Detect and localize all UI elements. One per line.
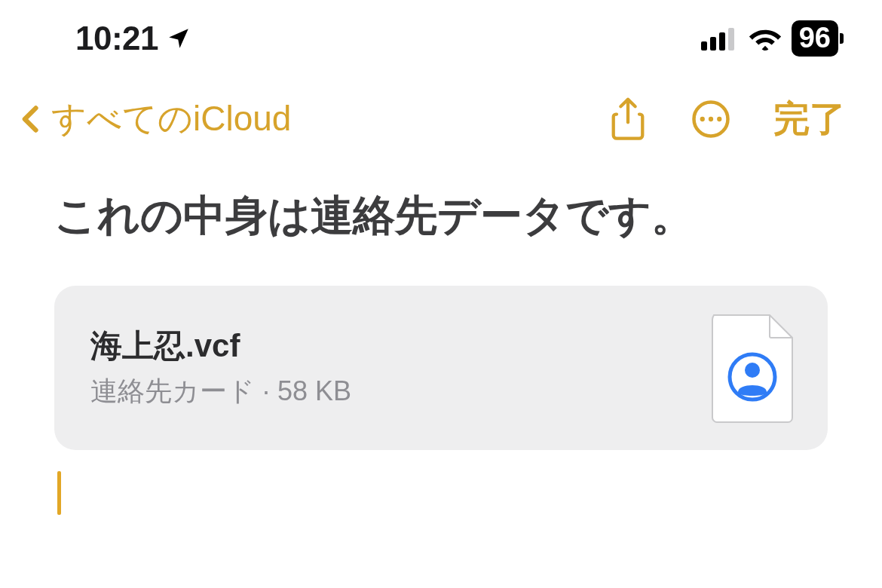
svg-point-5 xyxy=(700,117,705,121)
attachment-card[interactable]: 海上忍.vcf 連絡先カード · 58 KB xyxy=(54,286,828,450)
nav-actions: 完了 xyxy=(608,95,846,143)
wifi-icon xyxy=(748,26,782,51)
attachment-meta: 連絡先カード · 58 KB xyxy=(90,373,689,410)
svg-point-6 xyxy=(709,117,713,121)
chevron-left-icon xyxy=(15,99,48,139)
status-time: 10:21 xyxy=(75,20,158,57)
attachment-thumbnail xyxy=(707,311,798,424)
svg-rect-1 xyxy=(710,37,716,51)
attachment-size: 58 KB xyxy=(277,375,351,406)
svg-rect-3 xyxy=(728,28,734,51)
note-title[interactable]: これの中身は連絡先データです。 xyxy=(54,188,828,243)
contact-file-icon xyxy=(708,312,797,424)
nav-bar: すべてのiCloud 完了 xyxy=(0,65,882,152)
attachment-type: 連絡先カード xyxy=(90,375,255,406)
status-left: 10:21 xyxy=(75,20,191,57)
svg-rect-0 xyxy=(701,41,707,51)
more-icon[interactable] xyxy=(691,99,731,139)
svg-point-7 xyxy=(717,117,721,121)
back-button[interactable]: すべてのiCloud xyxy=(15,96,291,142)
share-icon[interactable] xyxy=(608,96,648,142)
location-icon xyxy=(166,26,191,51)
attachment-filename: 海上忍.vcf xyxy=(90,325,689,367)
battery-indicator: 96 xyxy=(792,20,838,57)
attachment-info: 海上忍.vcf 連絡先カード · 58 KB xyxy=(90,325,689,410)
done-button[interactable]: 完了 xyxy=(773,95,846,143)
svg-point-9 xyxy=(745,363,760,378)
cellular-signal-icon xyxy=(701,26,739,51)
battery-percent: 96 xyxy=(799,21,831,56)
note-content[interactable]: これの中身は連絡先データです。 海上忍.vcf 連絡先カード · 58 KB xyxy=(0,152,882,515)
svg-rect-2 xyxy=(719,32,725,51)
back-label: すべてのiCloud xyxy=(51,96,291,142)
status-right: 96 xyxy=(701,20,838,57)
status-bar: 10:21 96 xyxy=(0,0,882,65)
text-cursor xyxy=(57,471,61,515)
attachment-sep: · xyxy=(255,375,277,406)
